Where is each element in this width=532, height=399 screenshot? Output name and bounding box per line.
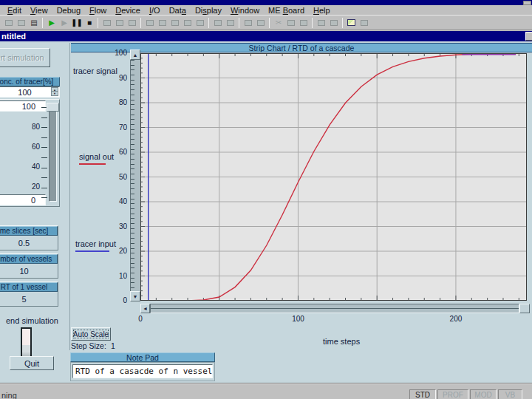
- resume-toolbar-button[interactable]: ▶: [58, 17, 70, 28]
- time-slices-value: 0.5: [18, 239, 30, 248]
- menu-i-o[interactable]: I/O: [145, 6, 165, 15]
- unknown-2-toolbar-button[interactable]: [113, 17, 126, 28]
- paste-icon: [300, 20, 307, 26]
- y-tick-label-50: 50: [102, 173, 127, 181]
- slider-min-readout: 0: [0, 194, 46, 205]
- unknown-8-toolbar-button[interactable]: [194, 17, 206, 28]
- unknown-4-toolbar-button[interactable]: [143, 17, 156, 28]
- tracer-conc-spinner[interactable]: ▲ ▼: [51, 87, 58, 97]
- pause-toolbar-button[interactable]: ❚❚: [70, 17, 83, 28]
- find-toolbar-button[interactable]: [211, 17, 224, 28]
- menu-edit[interactable]: Edit: [3, 6, 26, 15]
- menu-debug[interactable]: Debug: [52, 6, 85, 15]
- start-simulation-button[interactable]: art simulation: [0, 48, 50, 67]
- tracer-conc-header-label: conc. of tracer[%]: [0, 78, 53, 86]
- slider-scale-label-20: 20: [22, 183, 40, 191]
- notepad-title-bar[interactable]: Note Pad: [70, 352, 215, 362]
- quit-label: Quit: [24, 359, 39, 368]
- toolbar-separator: [239, 18, 239, 28]
- font-toolbar-button[interactable]: [254, 17, 267, 28]
- slider-max-value: 100: [22, 102, 35, 111]
- h-scrollbar-thumb[interactable]: [519, 304, 530, 313]
- open-toolbar-button[interactable]: [2, 17, 15, 28]
- menu-flow[interactable]: Flow: [85, 6, 111, 15]
- menu-help[interactable]: Help: [309, 6, 335, 15]
- menu-view[interactable]: View: [26, 6, 52, 15]
- unknown-9-icon: [318, 20, 325, 26]
- slider-max-readout: 100: [0, 100, 46, 112]
- menu-window[interactable]: Window: [226, 6, 264, 15]
- panel-view-icon: [347, 19, 355, 26]
- num-vessels-header-label: umber of vessels: [0, 255, 52, 263]
- find-next-icon: [227, 20, 234, 26]
- scroll-up-button[interactable]: ▲: [130, 50, 140, 60]
- paste-toolbar-button[interactable]: [297, 17, 310, 28]
- unknown-6-toolbar-button[interactable]: [168, 17, 181, 28]
- scroll-left-button[interactable]: ◄: [140, 304, 150, 313]
- slider-scale-label-80: 80: [22, 123, 40, 131]
- copy-toolbar-button[interactable]: [284, 17, 297, 28]
- toolbar-separator: [140, 18, 141, 28]
- y-tick-label-60: 60: [102, 148, 127, 156]
- slider-track[interactable]: [49, 103, 57, 202]
- stop-toolbar-button[interactable]: ■: [83, 17, 95, 28]
- toolbar-separator: [208, 18, 209, 28]
- menu-display[interactable]: Display: [191, 6, 226, 15]
- unknown-7-toolbar-button[interactable]: [181, 17, 194, 28]
- x-tick-label-0: 0: [129, 315, 151, 323]
- toolbar-separator: [42, 18, 43, 28]
- x-tick-label-200: 200: [445, 315, 467, 323]
- rt-vessel-value-area[interactable]: 5: [0, 292, 58, 306]
- menu-device[interactable]: Device: [111, 6, 145, 15]
- y-tick-label-0: 0: [102, 296, 127, 304]
- unknown-10-toolbar-button[interactable]: [327, 17, 340, 28]
- menu-me-board[interactable]: ME Board: [264, 6, 309, 15]
- status-cell-std: STD: [409, 389, 436, 399]
- auto-scale-button[interactable]: Auto Scale: [71, 327, 111, 341]
- app-window: EditViewDebugFlowDeviceI/ODataDisplayWin…: [0, 0, 532, 399]
- spinner-down-icon[interactable]: ▼: [51, 92, 58, 96]
- doc-title: ntitled: [1, 32, 26, 41]
- cut-toolbar-button[interactable]: ✂: [272, 17, 284, 28]
- print-toolbar-button[interactable]: ▤: [27, 17, 40, 28]
- notepad-text: RTD of a casacde of n vessels: [75, 366, 213, 376]
- x-tick-label-100: 100: [287, 315, 309, 323]
- h-scrollbar-track[interactable]: [150, 304, 519, 313]
- time-slices-value-area[interactable]: 0.5: [0, 236, 58, 250]
- menubar: EditViewDebugFlowDeviceI/ODataDisplayWin…: [0, 5, 532, 15]
- slider-min-value: 0: [31, 196, 35, 205]
- notepad-text-field[interactable]: RTD of a casacde of n vessels: [72, 364, 213, 378]
- unknown-1-toolbar-button[interactable]: [100, 17, 113, 28]
- properties-toolbar-button[interactable]: [242, 17, 254, 28]
- time-slices-header: me slices [sec]: [0, 226, 58, 236]
- slider-thumb[interactable]: [47, 103, 59, 112]
- time-slices-header-label: me slices [sec]: [0, 227, 48, 235]
- strip-chart-plot[interactable]: [140, 53, 527, 301]
- notepad-title: Note Pad: [126, 353, 159, 362]
- save-toolbar-button[interactable]: [15, 17, 27, 28]
- scroll-down-button[interactable]: ▼: [130, 291, 140, 301]
- app-titlebar: [0, 0, 532, 5]
- font-icon: [257, 20, 265, 26]
- brush-toolbar-button[interactable]: [358, 17, 370, 28]
- slider-scale-label-40: 40: [22, 163, 40, 171]
- unknown-3-toolbar-button[interactable]: [126, 17, 138, 28]
- end-simulation-label: end simulation: [6, 316, 58, 325]
- doc-window-button[interactable]: [525, 32, 532, 41]
- num-vessels-box: umber of vessels 10: [0, 253, 58, 279]
- num-vessels-value-area[interactable]: 10: [0, 264, 58, 278]
- signal-out-legend-line: [79, 163, 106, 165]
- unknown-4-icon: [146, 20, 154, 26]
- unknown-5-toolbar-button[interactable]: [156, 17, 168, 28]
- properties-icon: [245, 20, 252, 26]
- find-next-toolbar-button[interactable]: [224, 17, 236, 28]
- doc-titlebar[interactable]: ntitled: [0, 31, 532, 41]
- y-tick-label-80: 80: [102, 98, 127, 106]
- quit-button[interactable]: Quit: [10, 356, 54, 370]
- rt-vessel-header: RT of 1 vessel: [0, 282, 58, 292]
- menu-data[interactable]: Data: [165, 6, 191, 15]
- run-toolbar-button[interactable]: ▶: [45, 17, 58, 28]
- unknown-9-toolbar-button[interactable]: [315, 17, 327, 28]
- unknown-3-icon: [129, 20, 136, 26]
- panel-view-toolbar-button[interactable]: [345, 17, 358, 28]
